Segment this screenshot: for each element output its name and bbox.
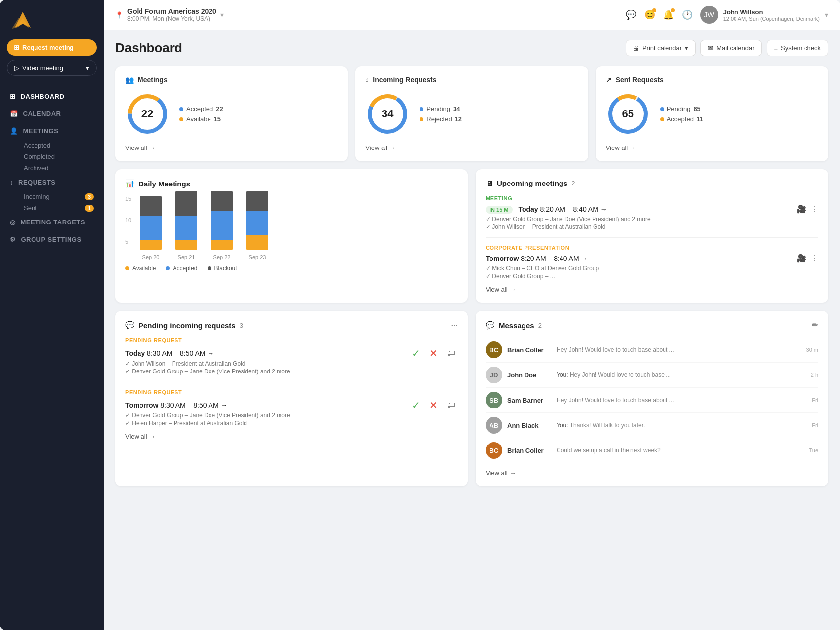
user-chevron-icon[interactable]: ▾ [825,11,828,19]
meetings-card-header: 👥 Meetings [125,76,338,84]
more-options-icon-2[interactable]: ⋮ [810,254,818,263]
sent-card-icon: ↗ [606,76,612,84]
sidebar-item-meeting-targets[interactable]: ◎ MEETING TARGETS [0,214,104,231]
y-label-10: 10 [125,217,131,223]
bar-blackout-sep23 [246,191,268,211]
stat-rejected-label: Rejected [426,115,452,123]
sidebar-item-sent[interactable]: Sent 1 [0,202,104,214]
print-calendar-button[interactable]: 🖨 Print calendar ▾ [626,40,696,56]
check-icon: ≡ [774,44,778,52]
incoming-stat-rejected: Rejected 12 [420,115,462,123]
upcoming-meeting-2: CORPORATE PRESENTATION Tomorrow 8:20 AM … [486,245,818,280]
sent-stat-pending: Pending 65 [660,105,704,112]
sent-stat-accepted-label: Accepted [667,115,694,123]
video-camera-icon-2[interactable]: 🎥 [797,254,806,263]
stat-available-dot [179,117,183,121]
video-camera-icon-1[interactable]: 🎥 [797,204,806,214]
video-meeting-button[interactable]: ▷ Video meeting ▾ [7,60,97,76]
incoming-stat-pending: Pending 34 [420,105,462,112]
legend-blackout: Blackout [208,265,237,272]
sidebar-item-accepted-label: Accepted [24,142,50,149]
pending-more-icon[interactable]: ⋯ [451,321,458,330]
meeting-time-range-1: 8:20 AM – 8:40 AM [540,205,598,213]
dashboard-icon: ⊞ [10,93,16,100]
req-divider [125,382,458,382]
mail-calendar-button[interactable]: ✉ Mail calendar [700,40,762,56]
clock-icon[interactable]: 🕐 [682,9,693,20]
meetings-view-all-label: View all [125,144,147,151]
incoming-requests-card: ↕ Incoming Requests 34 [355,66,588,161]
msg-preview-2-text: Hey John! Would love to touch base ... [570,371,671,378]
sidebar-item-archived[interactable]: Archived [0,162,104,174]
msg-time-1: 30 m [806,347,818,353]
messages-view-all[interactable]: View all → [486,469,818,477]
meeting-p2-1-text: Mick Chun – CEO at Denver Gold Group [492,265,599,272]
group-settings-icon: ⚙ [10,236,16,243]
bar-available-sep23 [246,235,268,250]
meetings-view-all[interactable]: View all → [125,144,338,151]
tag-button-1[interactable]: 🏷 [444,346,458,360]
msg-preview-5: Could we setup a call in the next week? [557,447,804,454]
sidebar-logo-area [0,0,104,39]
chart-area: 15 10 5 Sep 20 [125,196,458,260]
sidebar-item-accepted[interactable]: Accepted [0,140,104,151]
messages-view-all-arrow: → [510,469,516,477]
msg-avatar-4: AB [486,417,502,434]
sidebar-item-meetings[interactable]: 👤 MEETINGS [0,122,104,140]
sidebar-item-group-settings[interactable]: ⚙ GROUP SETTINGS [0,231,104,248]
messages-header: 💬 Messages 2 ✏ [486,321,818,330]
request-meeting-button[interactable]: ⊞ Request meeting [7,39,97,56]
sent-stat-pending-label: Pending [667,105,691,112]
incoming-view-all[interactable]: View all → [365,144,578,151]
sent-view-all[interactable]: View all → [606,144,818,151]
legend-blackout-label: Blackout [214,265,237,272]
msg-avatar-5: BC [486,442,502,459]
upcoming-view-all-arrow: → [510,286,516,293]
message-item-1[interactable]: BC Brian Coller Hey John! Would love to … [486,337,818,363]
incoming-card-header: ↕ Incoming Requests [365,76,578,84]
upcoming-meetings-panel: 🖥 Upcoming meetings 2 MEETING IN 15 M To… [476,169,828,303]
upcoming-view-all[interactable]: View all → [486,286,818,293]
print-chevron-icon: ▾ [685,44,688,52]
meeting-actions-1: 🎥 ⋮ [797,204,818,214]
print-icon: 🖨 [633,44,639,52]
reject-button-2[interactable]: ✕ [426,398,440,412]
sidebar-item-requests[interactable]: ↕ REQUESTS [0,174,104,191]
more-options-icon-1[interactable]: ⋮ [810,204,818,214]
messages-panel: 💬 Messages 2 ✏ BC Brian Coller Hey John!… [476,311,828,486]
tag-button-2[interactable]: 🏷 [444,398,458,412]
accept-button-1[interactable]: ✓ [409,346,422,360]
sidebar-item-calendar[interactable]: 📅 CALENDAR [0,105,104,122]
message-item-3[interactable]: SB Sam Barner Hey John! Would love to to… [486,388,818,413]
accept-button-2[interactable]: ✓ [409,398,422,412]
daily-meetings-panel: 📊 Daily Meetings 15 10 5 [115,169,468,303]
system-check-button[interactable]: ≡ System check [767,40,828,56]
meeting-actions-2: 🎥 ⋮ [797,254,818,263]
topbar: 📍 Gold Forum Americas 2020 8:00 PM, Mon … [104,0,840,30]
chat-icon[interactable]: 💬 [626,9,636,20]
compose-icon[interactable]: ✏ [812,321,818,330]
sidebar-item-calendar-label: CALENDAR [23,110,61,117]
emoji-icon[interactable]: 😊 [644,9,655,20]
message-item-4[interactable]: AB Ann Black You: Thanks! Will talk to y… [486,413,818,438]
message-item-5[interactable]: BC Brian Coller Could we setup a call in… [486,438,818,463]
sidebar-item-dashboard[interactable]: ⊞ DASHBOARD [0,88,104,105]
topbar-left: 📍 Gold Forum Americas 2020 8:00 PM, Mon … [115,7,224,22]
upcoming-meeting-1: MEETING IN 15 M Today 8:20 AM – 8:40 AM … [486,195,818,230]
request-meeting-label: Request meeting [22,44,74,51]
meeting-p2-2: ✓ Denver Gold Group – ... [486,273,818,280]
sidebar-item-completed[interactable]: Completed [0,151,104,162]
pending-view-all[interactable]: View all → [125,433,458,440]
upcoming-meetings-header: 🖥 Upcoming meetings 2 [486,179,818,187]
topbar-chevron-icon[interactable]: ▾ [220,11,224,19]
user-name: John Willson [723,8,820,16]
bell-icon[interactable]: 🔔 [663,9,674,20]
meetings-arrow-icon: → [149,144,156,151]
message-item-2[interactable]: JD John Doe You: Hey John! Would love to… [486,363,818,388]
sidebar-item-incoming[interactable]: Incoming 3 [0,191,104,202]
sent-view-all-label: View all [606,144,628,151]
reject-button-1[interactable]: ✕ [426,346,440,360]
sidebar-nav: ⊞ DASHBOARD 📅 CALENDAR 👤 MEETINGS Accept… [0,84,104,630]
pending-icon: 💬 [125,321,135,330]
chart-legend: Available Accepted Blackout [125,265,458,272]
